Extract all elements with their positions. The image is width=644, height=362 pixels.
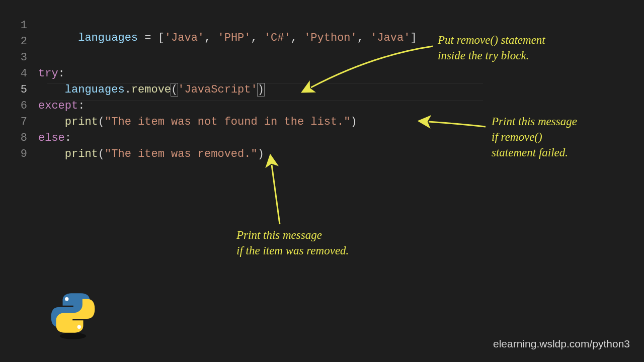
code-line: 8 else: bbox=[10, 132, 634, 148]
token-function: print bbox=[65, 116, 98, 128]
svg-point-1 bbox=[65, 297, 68, 301]
token-function: remove bbox=[131, 83, 171, 96]
line-number: 5 bbox=[10, 83, 38, 96]
line-number: 7 bbox=[10, 116, 38, 128]
svg-point-2 bbox=[77, 325, 81, 329]
line-number: 6 bbox=[10, 100, 38, 112]
code-editor: 1 languages = ['Java', 'PHP', 'C#', 'Pyt… bbox=[10, 19, 634, 164]
credit-text: elearning.wsldp.com/python3 bbox=[493, 338, 630, 350]
code-line: 4 try: bbox=[10, 67, 634, 83]
code-line: 9 print("The item was removed.") bbox=[10, 148, 634, 164]
token-variable: languages bbox=[78, 32, 138, 44]
line-number: 9 bbox=[10, 148, 38, 160]
svg-point-0 bbox=[60, 333, 86, 339]
line-number: 2 bbox=[10, 35, 38, 48]
python-logo-icon bbox=[50, 291, 96, 344]
line-number: 3 bbox=[10, 51, 38, 64]
matched-bracket: ) bbox=[258, 83, 264, 96]
code-line: 6 except: bbox=[10, 100, 634, 116]
token-keyword: else bbox=[38, 132, 65, 144]
code-line: 7 print("The item was not found in the l… bbox=[10, 116, 634, 132]
line-number: 8 bbox=[10, 132, 38, 144]
code-line: 1 languages = ['Java', 'PHP', 'C#', 'Pyt… bbox=[10, 19, 634, 35]
token-keyword: except bbox=[38, 100, 78, 112]
annotation-else-block: Print this message if the item was remov… bbox=[236, 227, 349, 258]
token-function: print bbox=[65, 148, 98, 160]
line-number: 1 bbox=[10, 19, 38, 32]
token-variable: languages bbox=[65, 83, 125, 96]
matched-bracket: ( bbox=[171, 83, 178, 96]
token-keyword: try bbox=[38, 67, 58, 80]
line-number: 4 bbox=[10, 67, 38, 80]
code-line: 5 languages.remove('JavaScript') bbox=[10, 83, 634, 100]
